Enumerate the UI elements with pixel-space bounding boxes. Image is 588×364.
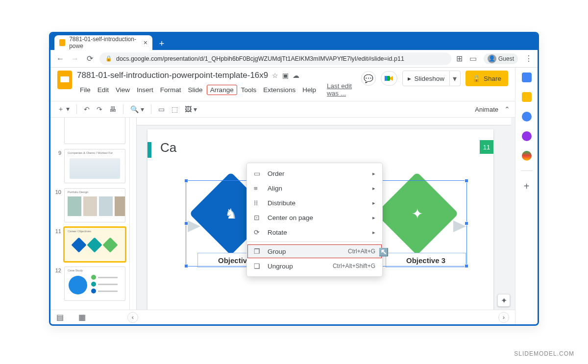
browser-toolbar: ← → ⟳ 🔒 docs.google.com/presentation/d/1… <box>50 50 538 68</box>
menu-arrange[interactable]: Arrange <box>207 85 237 95</box>
slideshow-button[interactable]: ▸ Slideshow <box>402 71 450 86</box>
browser-tab-title: 7881-01-self-introduction-powe <box>69 36 140 49</box>
menu-item-align[interactable]: ≡ Align ▸ <box>247 181 382 195</box>
kebab-menu-icon[interactable]: ⋮ <box>525 54 533 63</box>
menu-item-rotate[interactable]: ⟳ Rotate ▸ <box>247 225 382 240</box>
app-area: 7881-01-self-introduction-powerpoint-tem… <box>50 68 538 324</box>
submenu-arrow-icon: ▸ <box>372 200 375 206</box>
ungroup-icon: ❏ <box>254 262 262 270</box>
google-slides-logo-icon[interactable] <box>57 71 72 89</box>
extension-icon[interactable]: ▭ <box>469 54 477 63</box>
menu-item-order[interactable]: ▭ Order ▸ <box>247 166 382 181</box>
menu-tools[interactable]: Tools <box>238 85 260 95</box>
menu-item-group[interactable]: ❐ Group Ctrl+Alt+G <box>247 244 382 259</box>
slide-thumb[interactable] <box>64 118 125 144</box>
select-tool[interactable]: ▭ <box>156 104 167 114</box>
menu-item-ungroup[interactable]: ❏ Ungroup Ctrl+Alt+Shift+G <box>247 259 382 273</box>
tasks-icon[interactable] <box>522 112 532 121</box>
share-button[interactable]: 🔒 Share <box>466 71 508 86</box>
meet-icon <box>385 75 393 82</box>
slide-thumb-12[interactable]: Case Study <box>64 267 125 301</box>
arrange-menu-popup: ▭ Order ▸ ≡ Align ▸ ⁞⁞ Distribute ▸ ⊡ Ce… <box>246 163 383 277</box>
browser-tab-strip: 7881-01-self-introduction-powe × + <box>50 33 538 50</box>
comments-button[interactable]: 💬 <box>361 71 376 86</box>
close-tab-icon[interactable]: × <box>144 39 147 47</box>
undo-button[interactable]: ↶ <box>82 104 92 114</box>
image-tool[interactable]: 🖼 ▾ <box>183 104 199 114</box>
menu-insert[interactable]: Insert <box>134 85 156 95</box>
slide-thumbnails: 9 Companies & Clients I Worked For 10 Po… <box>50 118 130 310</box>
scroll-right-button[interactable]: › <box>498 312 509 323</box>
calendar-icon[interactable] <box>522 73 532 82</box>
cloud-saved-icon[interactable]: ☁ <box>293 72 299 79</box>
new-tab-button[interactable]: + <box>155 37 168 50</box>
menu-edit[interactable]: Edit <box>95 85 112 95</box>
slides-favicon-icon <box>59 39 65 46</box>
star-icon[interactable]: ☆ <box>272 72 278 79</box>
menu-help[interactable]: Help <box>299 85 319 95</box>
slide-thumb-11-active[interactable]: Career Objectives <box>64 227 125 262</box>
shortcut-text: Ctrl+Alt+G <box>348 248 375 255</box>
slide-thumb-10[interactable]: Portfolio Design <box>64 188 125 222</box>
slide-title: Ca <box>160 140 176 155</box>
shortcut-text: Ctrl+Alt+Shift+G <box>333 263 375 269</box>
toolbar: ＋ ▾ ↶ ↷ 🖶 🔍 ▾ ▭ ⬚ 🖼 ▾ Animate ⌃ <box>50 101 515 118</box>
thumb-number: 10 <box>53 188 61 222</box>
move-icon[interactable]: ▣ <box>282 72 289 79</box>
animate-panel-label[interactable]: Animate <box>475 106 498 113</box>
menu-format[interactable]: Format <box>157 85 184 95</box>
profile-label: Guest <box>498 55 514 62</box>
document-header: 7881-01-self-introduction-powerpoint-tem… <box>50 68 515 98</box>
rotate-icon: ⟳ <box>254 228 262 236</box>
center-icon: ⊡ <box>254 214 262 221</box>
new-slide-button[interactable]: ＋ ▾ <box>55 104 72 115</box>
side-panel: + <box>515 68 538 324</box>
collapse-thumbs-button[interactable]: ‹ <box>127 312 138 323</box>
contacts-icon[interactable] <box>522 131 532 141</box>
meet-button[interactable] <box>381 71 397 86</box>
menu-extensions[interactable]: Extensions <box>260 85 298 95</box>
last-edit-link[interactable]: Last edit was ... <box>324 81 356 98</box>
lock-share-icon: 🔒 <box>472 74 481 82</box>
profile-button[interactable]: 👤 Guest <box>484 53 518 64</box>
menu-item-center-on-page[interactable]: ⊡ Center on page ▸ <box>247 210 382 225</box>
maps-icon[interactable] <box>522 151 532 161</box>
menu-file[interactable]: File <box>77 85 94 95</box>
cursor-pointer-icon: ↖️ <box>379 247 389 257</box>
menu-slide[interactable]: Slide <box>185 85 206 95</box>
document-title[interactable]: 7881-01-self-introduction-powerpoint-tem… <box>77 71 268 80</box>
footer-bar: ▤ ▦ ‹ › <box>50 310 515 324</box>
menu-view[interactable]: View <box>113 85 133 95</box>
keep-icon[interactable] <box>522 92 532 102</box>
textbox-tool[interactable]: ⬚ <box>170 104 180 114</box>
thumb-number: 11 <box>53 227 61 262</box>
grid-view-icon[interactable]: ▦ <box>78 313 86 322</box>
submenu-arrow-icon: ▸ <box>372 229 375 236</box>
menu-item-distribute[interactable]: ⁞⁞ Distribute ▸ <box>247 195 382 210</box>
translate-icon[interactable]: ⊞ <box>456 54 463 63</box>
reload-button[interactable]: ⟳ <box>85 54 95 63</box>
slideshow-dropdown[interactable]: ▾ <box>450 71 461 86</box>
redo-button[interactable]: ↷ <box>95 104 104 114</box>
menu-bar: File Edit View Insert Format Slide Arran… <box>77 81 356 98</box>
slide-page-number: 11 <box>480 140 493 154</box>
back-button[interactable]: ← <box>55 54 65 63</box>
distribute-icon: ⁞⁞ <box>254 199 262 207</box>
slideshow-label: Slideshow <box>414 75 444 82</box>
slide-thumb-9[interactable]: Companies & Clients I Worked For <box>64 149 125 183</box>
zoom-button[interactable]: 🔍 ▾ <box>128 104 146 114</box>
print-button[interactable]: 🖶 <box>107 104 118 114</box>
address-bar[interactable]: 🔒 docs.google.com/presentation/d/1_QHpbi… <box>99 52 451 65</box>
order-icon: ▭ <box>254 170 262 177</box>
explore-button[interactable]: ✦ <box>497 294 510 307</box>
browser-tab[interactable]: 7881-01-self-introduction-powe × <box>54 35 152 50</box>
avatar-icon: 👤 <box>488 54 496 63</box>
filmstrip-view-icon[interactable]: ▤ <box>56 313 64 322</box>
url-text: docs.google.com/presentation/d/1_QHpbih6… <box>116 55 404 62</box>
submenu-arrow-icon: ▸ <box>372 170 375 177</box>
forward-button[interactable]: → <box>70 54 80 63</box>
chrome-window: ⌄ — ▢ ✕ 7881-01-self-introduction-powe ×… <box>49 32 539 326</box>
add-addon-button[interactable]: + <box>524 181 530 192</box>
collapse-panel-icon[interactable]: ⌃ <box>504 105 510 113</box>
submenu-arrow-icon: ▸ <box>372 215 375 221</box>
